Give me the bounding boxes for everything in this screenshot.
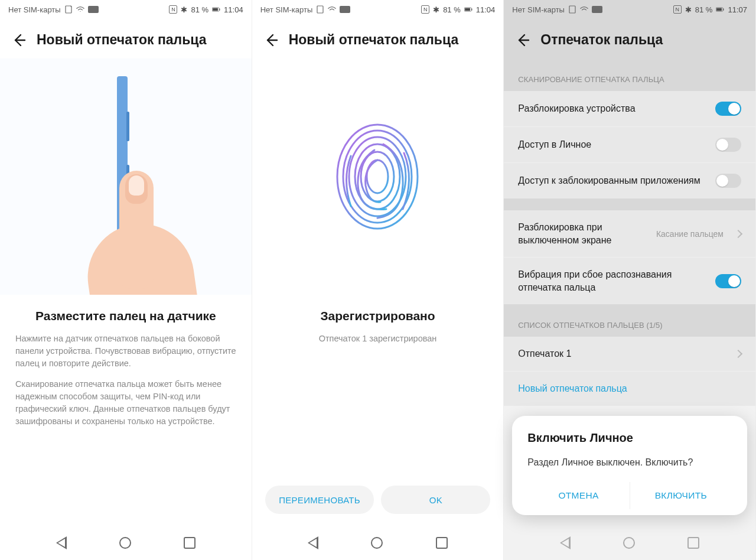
- row-applock-access[interactable]: Доступ к заблокированным приложениям: [504, 162, 755, 198]
- bluetooth-icon: ✱: [685, 5, 692, 14]
- nav-home-button[interactable]: [371, 537, 383, 549]
- chevron-right-icon: [734, 230, 742, 238]
- dialog-enable-button[interactable]: ВКЛЮЧИТЬ: [630, 482, 732, 509]
- nav-bar: [504, 526, 755, 560]
- toggle-applock-access[interactable]: [715, 174, 741, 188]
- nav-home-button[interactable]: [119, 537, 131, 549]
- nfc-icon: N: [169, 5, 177, 14]
- header: Отпечаток пальца: [504, 19, 755, 58]
- nav-back-button[interactable]: [560, 536, 571, 549]
- dialog-body: Раздел Личное выключен. Включить?: [527, 455, 732, 469]
- nfc-icon: N: [673, 5, 682, 14]
- ok-button[interactable]: OK: [381, 486, 490, 514]
- nav-recent-button[interactable]: [184, 537, 195, 549]
- row-label: Разблокировка при выключенном экране: [518, 221, 649, 246]
- bluetooth-icon: ✱: [181, 5, 187, 14]
- row-label: Вибрация при сбое распознавания отпечатк…: [518, 268, 708, 294]
- instruction-heading: Разместите палец на датчике: [15, 309, 236, 323]
- dialog-actions: ОТМЕНА ВКЛЮЧИТЬ: [527, 482, 732, 509]
- chevron-right-icon: [734, 350, 742, 358]
- wifi-icon: [580, 5, 588, 14]
- content-area: Зарегистрировано Отпечаток 1 зарегистрир…: [252, 295, 504, 486]
- dialog-cancel-button[interactable]: ОТМЕНА: [527, 482, 629, 509]
- clock: 11:07: [728, 5, 747, 14]
- toggle-vibrate-fail[interactable]: [715, 274, 741, 288]
- row-vibrate-fail[interactable]: Вибрация при сбое распознавания отпечатк…: [504, 257, 755, 304]
- battery-icon: [464, 5, 472, 14]
- svg-rect-14: [569, 6, 575, 13]
- svg-rect-6: [465, 8, 470, 11]
- svg-rect-7: [471, 8, 472, 11]
- battery-pct: 81 %: [695, 5, 713, 14]
- sim-status: Нет SIM-карты: [512, 5, 565, 14]
- row-label: Разблокировка устройства: [518, 102, 708, 115]
- status-bar: Нет SIM-карты N ✱ 81 % 11:04: [252, 0, 504, 19]
- done-heading: Зарегистрировано: [268, 309, 488, 323]
- nav-bar: [252, 526, 504, 560]
- svg-rect-4: [317, 6, 323, 13]
- status-bar: Нет SIM-карты N ✱ 81 % 11:04: [0, 0, 252, 19]
- button-row: ПЕРЕИМЕНОВАТЬ OK: [252, 486, 504, 526]
- wifi-icon: [328, 5, 336, 14]
- header: Новый отпечаток пальца: [252, 19, 504, 58]
- svg-rect-2: [213, 8, 218, 11]
- back-button[interactable]: [263, 32, 278, 48]
- rename-button[interactable]: ПЕРЕИМЕНОВАТЬ: [265, 486, 374, 514]
- row-offscreen-unlock[interactable]: Разблокировка при выключенном экране Кас…: [504, 210, 755, 257]
- sim-icon: [64, 5, 73, 14]
- sim-icon: [568, 5, 576, 14]
- row-unlock-device[interactable]: Разблокировка устройства: [504, 91, 755, 126]
- vowifi-icon: [340, 6, 350, 13]
- wifi-icon: [76, 5, 84, 14]
- nav-recent-button[interactable]: [436, 537, 448, 549]
- status-bar: Нет SIM-карты N ✱ 81 % 11:07: [504, 0, 755, 19]
- nav-recent-button[interactable]: [687, 537, 699, 549]
- enroll-illustration: [0, 58, 252, 295]
- battery-icon: [212, 5, 220, 14]
- settings-list: СКАНИРОВАНИЕ ОТПЕЧАТКА ПАЛЬЦА Разблокиро…: [504, 58, 755, 406]
- page-title: Отпечаток пальца: [540, 32, 663, 48]
- sim-icon: [316, 5, 324, 14]
- toggle-unlock-device[interactable]: [715, 102, 741, 116]
- row-fingerprint-1[interactable]: Отпечаток 1: [504, 337, 755, 371]
- battery-icon: [716, 5, 724, 14]
- instruction-p1: Нажмите на датчик отпечатков пальцев на …: [15, 333, 236, 370]
- back-button[interactable]: [11, 32, 26, 48]
- svg-rect-0: [66, 6, 71, 13]
- row-label: Отпечаток 1: [518, 347, 724, 360]
- done-subtext: Отпечаток 1 зарегистрирован: [268, 333, 488, 345]
- fingerprint-illustration: [252, 58, 504, 295]
- dialog-title: Включить Личное: [527, 431, 732, 445]
- sim-status: Нет SIM-карты: [8, 5, 61, 14]
- page-title: Новый отпечаток пальца: [289, 32, 459, 48]
- screen-fingerprint-settings: Нет SIM-карты N ✱ 81 % 11:07 Отпечаток п…: [504, 0, 756, 560]
- svg-rect-17: [724, 8, 724, 11]
- row-label: Доступ в Личное: [518, 138, 708, 151]
- dialog-enable-private: Включить Личное Раздел Личное выключен. …: [512, 416, 747, 515]
- page-title: Новый отпечаток пальца: [37, 32, 207, 48]
- header: Новый отпечаток пальца: [0, 19, 252, 58]
- row-new-fingerprint[interactable]: Новый отпечаток пальца: [504, 371, 755, 406]
- nfc-icon: N: [421, 5, 429, 14]
- vowifi-icon: [88, 6, 99, 13]
- row-value: Касание пальцем: [656, 229, 724, 239]
- sim-status: Нет SIM-карты: [260, 5, 313, 14]
- screen-enroll-step: Нет SIM-карты N ✱ 81 % 11:04 Новый отпеч…: [0, 0, 252, 560]
- clock: 11:04: [224, 5, 243, 14]
- back-button[interactable]: [514, 32, 530, 48]
- nav-bar: [0, 526, 252, 560]
- screen-enroll-done: Нет SIM-карты N ✱ 81 % 11:04 Новый отпеч…: [252, 0, 504, 560]
- instruction-p2: Сканирование отпечатка пальца может быть…: [15, 378, 236, 428]
- section-header-scan: СКАНИРОВАНИЕ ОТПЕЧАТКА ПАЛЬЦА: [504, 58, 755, 91]
- svg-rect-16: [717, 8, 722, 11]
- toggle-private-access[interactable]: [715, 138, 741, 152]
- svg-rect-3: [219, 8, 220, 11]
- bluetooth-icon: ✱: [433, 5, 439, 14]
- nav-home-button[interactable]: [623, 537, 635, 549]
- vowifi-icon: [592, 6, 602, 13]
- row-label: Доступ к заблокированным приложениям: [518, 174, 708, 187]
- battery-pct: 81 %: [191, 5, 208, 14]
- nav-back-button[interactable]: [56, 536, 67, 549]
- row-private-access[interactable]: Доступ в Личное: [504, 126, 755, 162]
- nav-back-button[interactable]: [308, 536, 318, 549]
